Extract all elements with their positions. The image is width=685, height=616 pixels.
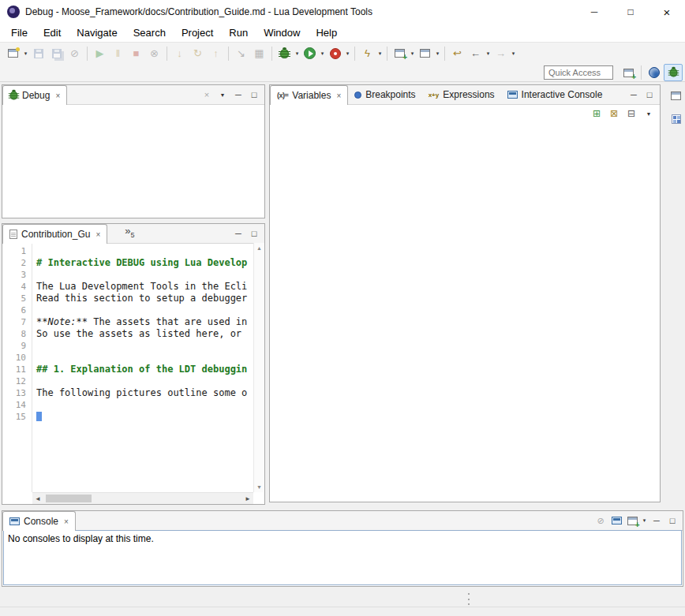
save-button[interactable] [29,45,47,62]
hidden-editors-chevron[interactable]: » 5 [125,224,134,243]
clear-console-icon[interactable]: ⊘ [593,513,608,528]
tab-variables[interactable]: (x)= Variables × [270,85,348,105]
editor-line[interactable]: The following pictures outline some o [33,387,253,399]
editor-vertical-scrollbar[interactable]: ▲ ▼ [253,243,264,492]
editor-line[interactable] [33,375,253,387]
menu-help[interactable]: Help [308,25,345,41]
step-over-button[interactable]: ↻ [189,45,207,62]
editor-line[interactable]: The Lua Development Tools in the Ecli [33,281,253,293]
profile-dropdown[interactable]: ▾ [344,45,351,62]
tab-debug[interactable]: Debug × [2,85,67,105]
open-resource-dropdown[interactable]: ▾ [434,45,441,62]
run-button[interactable] [301,45,319,62]
use-step-filters-button[interactable]: ▦ [250,45,268,62]
menu-edit[interactable]: Edit [36,25,69,41]
resume-button[interactable]: ▶ [91,45,109,62]
perspective-lua-button[interactable] [645,64,664,81]
debug-tab-close-icon[interactable]: × [55,91,60,100]
menu-window[interactable]: Window [256,25,308,41]
step-return-button[interactable]: ↑ [207,45,225,62]
variables-view-minimize-button[interactable]: ─ [627,88,641,102]
titlebar[interactable]: Debug - Moose_Framework/docs/Contributio… [0,0,685,24]
console-minimize-button[interactable]: ─ [649,513,664,528]
tab-breakpoints[interactable]: Breakpoints [348,85,421,104]
editor-line[interactable]: ## 1. Explanation of the LDT debuggin [33,364,253,375]
editor-minimize-button[interactable]: ─ [231,226,245,241]
quick-access-input[interactable]: Quick Access [544,65,613,80]
restore-view-button[interactable] [669,88,683,103]
tab-console[interactable]: Console × [2,511,76,531]
console-content[interactable]: No consoles to display at this time. [3,530,682,585]
menu-run[interactable]: Run [221,25,256,41]
forward-button[interactable]: → [492,45,510,62]
tab-interactive-console[interactable]: Interactive Console [501,85,609,104]
external-tools-button[interactable]: ϟ [358,45,376,62]
scroll-up-icon[interactable]: ▲ [256,245,262,251]
suspend-button[interactable]: ‖ [109,45,127,62]
line-number-ruler[interactable]: 1 2 3 4 5 6 7 8 9 10 11 12 13 14 15 [2,243,32,492]
menu-project[interactable]: Project [174,25,221,41]
editor-line[interactable]: So use the assets as listed here, or [33,328,253,340]
menu-navigate[interactable]: Navigate [69,25,125,41]
tab-expressions[interactable]: x+y Expressions [422,85,501,104]
editor-line[interactable] [33,399,253,411]
editor-line[interactable] [33,340,253,352]
display-selected-console-button[interactable] [609,513,623,528]
step-into-button[interactable]: ↓ [170,45,189,62]
debug-view-minimize-button[interactable]: ─ [231,88,245,102]
scroll-right-icon[interactable]: ► [245,495,251,502]
scroll-down-icon[interactable]: ▼ [256,484,262,490]
debug-view-menu-icon[interactable]: ▼ [215,88,230,102]
editor-line[interactable]: # Interactive DEBUG using Lua Develop [33,257,253,269]
new-wizard-button[interactable] [4,45,22,62]
new-wizard-dropdown[interactable]: ▾ [22,45,29,62]
last-edit-location-button[interactable]: ↩ [448,45,466,62]
disconnect-button[interactable]: ⊗ [145,45,163,62]
editor-maximize-button[interactable]: □ [247,226,261,241]
console-maximize-button[interactable]: □ [665,513,679,528]
drop-to-frame-button[interactable]: ↘ [232,45,250,62]
open-perspective-button[interactable] [619,64,638,81]
editor-tab-close-icon[interactable]: × [95,230,100,239]
editor-horizontal-scrollbar[interactable]: ◄ ► [32,492,253,504]
outline-view-button[interactable] [669,112,683,126]
menu-search[interactable]: Search [125,25,174,41]
profile-button[interactable] [326,45,344,62]
console-tab-close-icon[interactable]: × [64,517,69,526]
debug-view-content[interactable] [2,105,264,218]
editor-line[interactable]: Read this section to setup a debugger [33,293,253,304]
perspective-debug-button[interactable] [664,64,683,81]
show-type-names-icon[interactable]: ⊠ [607,106,621,121]
editor-line-with-caret[interactable] [33,411,253,423]
window-minimize-button[interactable]: ─ [576,0,612,24]
editor-line[interactable] [33,245,253,257]
editor-text-area[interactable]: # Interactive DEBUG using Lua Develop Th… [33,243,253,492]
window-maximize-button[interactable]: □ [612,0,649,24]
debug-dropdown[interactable]: ▾ [294,45,301,62]
debug-button[interactable] [275,45,294,62]
editor-line[interactable]: **Note:** The assets that are used in [33,316,253,328]
open-resource-button[interactable] [416,45,434,62]
run-dropdown[interactable]: ▾ [319,45,326,62]
external-tools-dropdown[interactable]: ▾ [376,45,384,62]
scrollbar-thumb[interactable] [46,495,92,502]
new-lua-file-button[interactable] [391,45,409,62]
terminate-button[interactable]: ■ [127,45,145,62]
save-all-button[interactable] [47,45,66,62]
tab-contribution-guide[interactable]: Contribution_Gu × [2,224,107,244]
editor-line[interactable] [33,269,253,281]
collapse-all-icon[interactable]: ⊟ [624,106,638,121]
remove-all-terminated-button[interactable]: × [200,88,214,102]
editor-line[interactable] [33,352,253,364]
open-console-button[interactable] [625,513,639,528]
variables-view-maximize-button[interactable]: □ [642,88,657,102]
back-dropdown[interactable]: ▾ [485,45,492,62]
back-button[interactable]: ← [466,45,485,62]
show-logical-structure-icon[interactable]: ⊞ [590,106,604,121]
forward-dropdown[interactable]: ▾ [510,45,517,62]
new-lua-file-dropdown[interactable]: ▾ [409,45,416,62]
skip-all-breakpoints-button[interactable]: ⊘ [66,45,84,62]
status-bar-drag-handle[interactable] [467,593,470,605]
editor-line[interactable] [33,304,253,316]
variables-view-menu-icon[interactable]: ▼ [642,106,656,121]
